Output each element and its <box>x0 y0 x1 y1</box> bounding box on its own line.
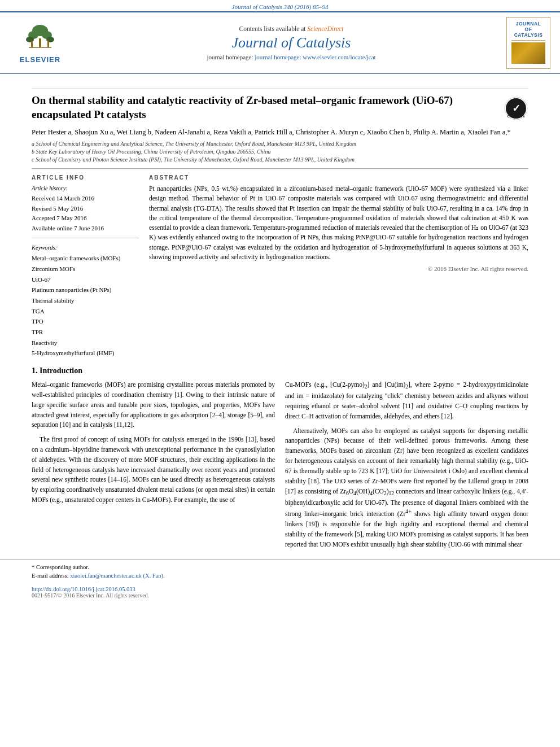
email-link[interactable]: xiaolei.fan@manchester.ac.uk (X. Fan). <box>70 573 164 579</box>
abstract-text: Pt nanoparticles (NPs, 0.5 wt.%) encapsu… <box>149 184 528 262</box>
journal-issue-text: Journal of Catalysis 340 (2016) 85–94 <box>232 3 329 10</box>
header-center: Contents lists available at ScienceDirec… <box>77 17 506 69</box>
authors-line: Peter Hester a, Shaojun Xu a, Wei Liang … <box>32 127 528 138</box>
journal-homepage: journal homepage: journal homepage: www.… <box>207 54 375 60</box>
issn-line: 0021-9517/© 2016 Elsevier Inc. All right… <box>0 592 560 602</box>
svg-text:✓: ✓ <box>512 103 520 114</box>
crossmark-badge[interactable]: ✓ CrossMark <box>504 96 528 121</box>
body-two-col: Metal–organic frameworks (MOFs) are prom… <box>0 380 560 554</box>
article-info-block: Article history: Received 14 March 2016 … <box>32 184 139 233</box>
contents-line: Contents lists available at ScienceDirec… <box>239 25 344 32</box>
journal-logo-image <box>511 42 545 64</box>
article-title-section: On thermal stability and catalytic react… <box>0 74 560 169</box>
intro-heading: 1. Introduction <box>32 366 528 375</box>
elsevier-branding: ELSEVIER <box>9 17 71 69</box>
page-wrapper: Journal of Catalysis 340 (2016) 85–94 <box>0 0 560 602</box>
keywords-block: Keywords: Metal–organic frameworks (MOFs… <box>32 243 139 359</box>
journal-logo: JOURNAL OFCATALYSIS <box>506 17 550 69</box>
body-left-para1: Metal–organic frameworks (MOFs) are prom… <box>32 380 275 430</box>
body-left-para2: The first proof of concept of using MOFs… <box>32 435 275 505</box>
doi-link[interactable]: http://dx.doi.org/10.1016/j.jcat.2016.05… <box>32 586 135 592</box>
journal-title: Journal of Catalysis <box>232 34 351 51</box>
svg-rect-7 <box>31 41 33 47</box>
body-left-col: Metal–organic frameworks (MOFs) are prom… <box>32 380 275 554</box>
logo-divider <box>511 40 545 41</box>
left-column: Article Info Article history: Received 1… <box>32 174 139 359</box>
doi-line: http://dx.doi.org/10.1016/j.jcat.2016.05… <box>0 584 560 592</box>
article-title: On thermal stability and catalytic react… <box>32 94 528 121</box>
elsevier-tree-icon <box>24 23 56 54</box>
intro-section: 1. Introduction <box>0 359 560 375</box>
journal-logo-title: JOURNAL OFCATALYSIS <box>511 21 545 38</box>
elsevier-label: ELSEVIER <box>20 55 60 64</box>
abstract-block: ABSTRACT Pt nanoparticles (NPs, 0.5 wt.%… <box>149 174 528 359</box>
journal-logo-box-right: JOURNAL OFCATALYSIS <box>506 17 551 69</box>
abstract-heading: ABSTRACT <box>149 174 528 181</box>
svg-rect-8 <box>47 41 49 47</box>
footnote-corresponding: * Corresponding author. <box>32 563 528 572</box>
journal-issue-banner: Journal of Catalysis 340 (2016) 85–94 <box>0 0 560 11</box>
body-right-col: Cu-MOFs (e.g., [Cu(2-pymo)2] and [Cu(im)… <box>285 380 528 554</box>
svg-text:CrossMark: CrossMark <box>507 115 525 118</box>
svg-rect-6 <box>39 38 41 47</box>
article-info-abstract: Article Info Article history: Received 1… <box>0 174 560 359</box>
body-right-para1: Cu-MOFs (e.g., [Cu(2-pymo)2] and [Cu(im)… <box>285 380 528 422</box>
sciencedirect-link[interactable]: ScienceDirect <box>307 25 343 32</box>
journal-header: ELSEVIER Contents lists available at Sci… <box>0 11 560 74</box>
elsevier-logo-box: ELSEVIER <box>20 23 60 64</box>
footnote-section: * Corresponding author. E-mail address: … <box>0 559 560 584</box>
affiliations-block: a School of Chemical Engineering and Ana… <box>32 140 528 164</box>
body-right-para2: Alternatively, MOFs can also be employed… <box>285 426 528 550</box>
footnote-email: E-mail address: xiaolei.fan@manchester.a… <box>32 571 528 580</box>
article-info-heading: Article Info <box>32 174 139 181</box>
copyright-line: © 2016 Elsevier Inc. All rights reserved… <box>149 265 528 272</box>
